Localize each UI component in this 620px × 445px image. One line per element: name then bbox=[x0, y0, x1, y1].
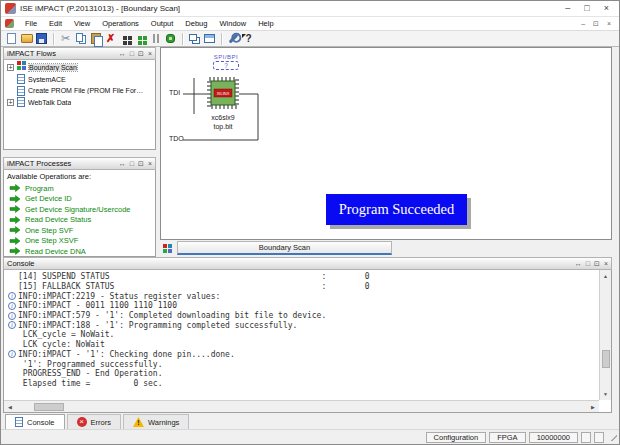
output-tab-label: Console bbox=[27, 418, 55, 427]
green-arrow-icon bbox=[9, 195, 21, 203]
scroll-right-icon[interactable]: ▶ bbox=[587, 401, 599, 413]
panel-window-button-icon[interactable]: × bbox=[148, 50, 152, 58]
tab-boundary-scan[interactable]: Boundary Scan bbox=[177, 241, 392, 255]
cut-icon[interactable] bbox=[58, 31, 73, 46]
menu-item[interactable]: View bbox=[68, 18, 96, 30]
paste-icon[interactable] bbox=[88, 31, 103, 46]
add-device-icon[interactable] bbox=[118, 31, 133, 46]
console-line-text: [14] SUSPEND STATUS : 0 bbox=[18, 272, 370, 281]
toolbar-separator bbox=[53, 33, 54, 45]
menu-item[interactable]: File bbox=[19, 18, 43, 30]
menu-item[interactable]: Output bbox=[145, 18, 180, 30]
console-line-text: INFO:iMPACT - '1': Checking done pin....… bbox=[18, 350, 235, 359]
flows-panel-header: iMPACT Flows ↔□⊡× bbox=[3, 47, 156, 60]
new-document-icon[interactable] bbox=[4, 31, 19, 46]
scroll-up-icon[interactable]: ▲ bbox=[600, 270, 612, 282]
process-operation[interactable]: Read Device Status bbox=[7, 215, 152, 226]
process-operation[interactable]: One Step SVF bbox=[7, 225, 152, 236]
menu-item[interactable]: Edit bbox=[43, 18, 68, 30]
preferences-wrench-icon[interactable] bbox=[226, 31, 241, 46]
process-operation[interactable]: Get Device Signature/Usercode bbox=[7, 204, 152, 215]
scroll-down-icon[interactable]: ▼ bbox=[600, 388, 612, 400]
process-operation-label: One Step XSVF bbox=[25, 236, 78, 245]
initialize-chain-icon[interactable] bbox=[133, 31, 148, 46]
available-operations-icon[interactable] bbox=[163, 31, 178, 46]
open-folder-icon[interactable] bbox=[19, 31, 34, 46]
panel-window-button-icon[interactable]: □ bbox=[586, 260, 590, 268]
flows-tree-item[interactable]: Create PROM File (PROM File Format... bbox=[5, 85, 154, 97]
maximize-icon[interactable]: □ bbox=[584, 4, 589, 13]
console-line: [14] SUSPEND STATUS : 0 bbox=[8, 272, 599, 282]
copy-icon[interactable] bbox=[73, 31, 88, 46]
flows-tree-item[interactable]: Boundary Scan bbox=[5, 62, 154, 74]
program-succeeded-banner: Program Succeeded bbox=[326, 194, 467, 225]
panel-window-button-icon[interactable]: □ bbox=[130, 160, 134, 168]
expand-icon[interactable] bbox=[7, 99, 14, 106]
resize-grip[interactable] bbox=[609, 433, 617, 441]
delete-icon[interactable] bbox=[103, 31, 118, 46]
cascade-windows-icon[interactable] bbox=[187, 31, 202, 46]
process-operation[interactable]: One Step XSVF bbox=[7, 236, 152, 247]
menu-item[interactable]: Help bbox=[252, 18, 279, 30]
panel-window-button-icon[interactable]: ↔ bbox=[119, 50, 126, 58]
mdi-window-buttons: –⊡× bbox=[581, 20, 615, 28]
flows-tree-item[interactable]: SystemACE bbox=[5, 74, 154, 86]
tree-node-icon bbox=[17, 86, 25, 96]
process-operation[interactable]: Read Device DNA bbox=[7, 246, 152, 257]
info-icon bbox=[8, 312, 16, 320]
console-vertical-scrollbar[interactable]: ▲ ▼ bbox=[599, 270, 611, 400]
minimize-icon[interactable]: – bbox=[565, 4, 570, 13]
processes-heading: Available Operations are: bbox=[7, 172, 152, 183]
fpga-device-icon[interactable]: XILINX bbox=[207, 77, 239, 109]
output-tab[interactable]: Errors bbox=[67, 414, 121, 429]
menu-items: FileEditViewOperationsOutputDebugWindowH… bbox=[19, 18, 280, 30]
mdi-window-button-icon[interactable]: × bbox=[607, 20, 611, 28]
flash-unknown-box: ? bbox=[213, 61, 239, 70]
output-tab[interactable]: Console bbox=[5, 414, 65, 429]
process-operation-label: Program bbox=[25, 184, 54, 193]
panel-window-button-icon[interactable]: ⊡ bbox=[138, 160, 144, 168]
panel-window-button-icon[interactable]: ⊡ bbox=[138, 50, 144, 58]
console-line-text: LCK_cycle = NoWait. bbox=[18, 330, 114, 339]
panel-window-button-icon[interactable]: × bbox=[148, 160, 152, 168]
process-operation[interactable]: Program bbox=[7, 183, 152, 194]
status-bar: ConfigurationFPGA10000000 bbox=[1, 430, 619, 444]
green-arrow-icon bbox=[9, 247, 21, 255]
flows-tree-item[interactable]: WebTalk Data bbox=[5, 97, 154, 109]
tile-windows-icon[interactable] bbox=[202, 31, 217, 46]
vertical-scroll-thumb[interactable] bbox=[602, 350, 610, 368]
spi-bpi-flash-placeholder[interactable]: SPI/BPI ? bbox=[204, 54, 248, 70]
console-line: INFO:iMPACT:2219 - Status register value… bbox=[8, 291, 599, 301]
panel-window-button-icon[interactable]: × bbox=[604, 260, 608, 268]
tree-item-label: SystemACE bbox=[28, 76, 66, 83]
output-tab[interactable]: Warnings bbox=[123, 414, 189, 429]
panel-window-button-icon[interactable]: □ bbox=[130, 50, 134, 58]
mdi-window-button-icon[interactable]: ⊡ bbox=[593, 20, 599, 28]
context-help-icon[interactable] bbox=[241, 31, 256, 46]
expand-icon[interactable] bbox=[7, 64, 14, 71]
horizontal-scroll-thumb[interactable] bbox=[34, 403, 64, 411]
device-file-label: top.bit bbox=[188, 122, 258, 131]
menu-item[interactable]: Window bbox=[213, 18, 252, 30]
save-icon[interactable] bbox=[34, 31, 49, 46]
scroll-left-icon[interactable]: ◀ bbox=[4, 401, 16, 413]
green-arrow-icon bbox=[9, 226, 21, 234]
console-horizontal-scrollbar[interactable]: ◀ ▶ bbox=[4, 400, 599, 412]
mdi-window-button-icon[interactable]: – bbox=[581, 20, 585, 28]
console-line-text: '1': Programmed successfully. bbox=[18, 360, 163, 369]
panel-splitter[interactable] bbox=[3, 150, 156, 157]
panel-window-button-icon[interactable]: ↔ bbox=[119, 160, 126, 168]
properties-bars-icon[interactable] bbox=[148, 31, 163, 46]
toolbar bbox=[1, 30, 619, 47]
process-operation-label: Read Device Status bbox=[25, 215, 91, 224]
console-line-text: INFO:iMPACT:188 - '1': Programming compl… bbox=[18, 321, 297, 330]
process-operation[interactable]: Get Device ID bbox=[7, 194, 152, 205]
console-line: LCK_cycle = NoWait. bbox=[8, 330, 599, 340]
panel-window-button-icon[interactable]: ⊡ bbox=[594, 260, 600, 268]
menu-item[interactable]: Debug bbox=[179, 18, 213, 30]
green-arrow-icon bbox=[9, 216, 21, 224]
close-icon[interactable]: × bbox=[604, 4, 609, 13]
panel-window-button-icon[interactable]: ↔ bbox=[575, 260, 582, 268]
process-operation-label: Get Device Signature/Usercode bbox=[25, 205, 130, 214]
menu-item[interactable]: Operations bbox=[96, 18, 145, 30]
